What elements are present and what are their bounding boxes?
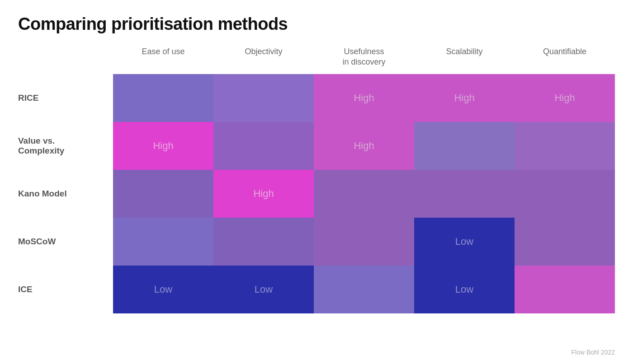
cell-r3-c5	[515, 170, 615, 218]
cell-text-r1-c4: High	[454, 92, 474, 104]
cell-r1-c5: High	[515, 74, 615, 122]
cell-r4-c4: Low	[414, 218, 515, 266]
cell-r3-c3	[314, 170, 414, 218]
cell-text-r5-c1: Low	[154, 284, 172, 295]
cell-r2-c3: High	[314, 122, 414, 170]
row-label-2: Kano Model	[18, 170, 113, 218]
page-container: Comparing prioritisation methods Ease of…	[0, 0, 633, 364]
cell-r2-c5	[515, 122, 615, 170]
cell-r1-c4: High	[414, 74, 515, 122]
col-header-scalability: Scalability	[414, 47, 515, 74]
cell-r5-c1: Low	[113, 266, 213, 313]
cell-r5-c5	[515, 266, 615, 313]
cell-r3-c2: High	[213, 170, 314, 218]
cell-r2-c4	[414, 122, 515, 170]
cell-r4-c1	[113, 218, 213, 266]
row-label-0: RICE	[18, 74, 113, 122]
cell-r4-c3	[314, 218, 414, 266]
cell-text-r1-c5: High	[554, 92, 575, 104]
row-label-1: Value vs.Complexity	[18, 122, 113, 170]
col-header-objectivity: Objectivity	[213, 47, 314, 74]
footer-credit: Flow Bohl 2022	[571, 349, 615, 356]
cell-text-r3-c2: High	[253, 188, 274, 200]
cell-r5-c4: Low	[414, 266, 515, 313]
cell-r5-c3	[314, 266, 414, 313]
page-title: Comparing prioritisation methods	[18, 14, 615, 34]
cell-r1-c1	[113, 74, 213, 122]
cell-r3-c1	[113, 170, 213, 218]
col-header-ease_of_use: Ease of use	[113, 47, 213, 74]
cell-text-r1-c3: High	[354, 92, 374, 104]
cell-r4-c2	[213, 218, 314, 266]
row-label-4: ICE	[18, 266, 113, 313]
cell-r1-c3: High	[314, 74, 414, 122]
cell-r1-c2	[213, 74, 314, 122]
col-header-usefulness: Usefulnessin discovery	[314, 47, 414, 74]
cell-r3-c4	[414, 170, 515, 218]
cell-text-r2-c3: High	[354, 140, 374, 152]
matrix-wrapper: Ease of useObjectivityUsefulnessin disco…	[18, 47, 615, 313]
cell-text-r5-c2: Low	[255, 284, 273, 295]
row-labels: RICEValue vs.ComplexityKano ModelMoSCoWI…	[18, 74, 113, 313]
cell-text-r5-c4: Low	[455, 284, 473, 295]
cell-r5-c2: Low	[213, 266, 314, 313]
cell-text-r4-c4: Low	[455, 236, 473, 247]
col-header-quantifiable: Quantifiable	[515, 47, 615, 74]
cell-r4-c5	[515, 218, 615, 266]
cell-r2-c1: High	[113, 122, 213, 170]
cell-r2-c2	[213, 122, 314, 170]
header-row: Ease of useObjectivityUsefulnessin disco…	[113, 47, 615, 74]
cell-text-r2-c1: High	[153, 140, 173, 152]
heatmap: HighHighHighHighHighHighLowLowLowLow	[113, 74, 615, 313]
row-label-3: MoSCoW	[18, 218, 113, 266]
grid-container: RICEValue vs.ComplexityKano ModelMoSCoWI…	[18, 74, 615, 313]
